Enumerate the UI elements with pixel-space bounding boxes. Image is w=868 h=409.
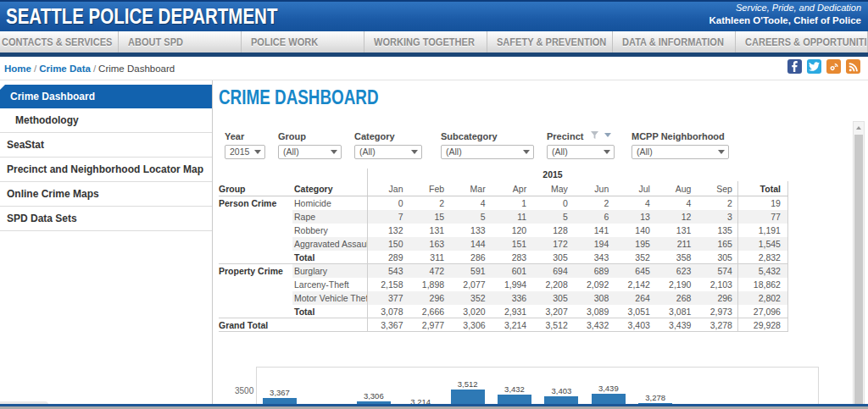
filter-dropdown-precinct[interactable]: (All) <box>547 145 615 159</box>
filter-dropdown-subcategory[interactable]: (All) <box>441 145 534 159</box>
value-cell: 211 <box>655 237 697 251</box>
value-cell: 283 <box>491 251 532 263</box>
value-cell: 2,077 <box>449 278 491 291</box>
value-cell: 286 <box>449 251 491 263</box>
sidebar-item-online-crime-maps[interactable]: Online Crime Maps <box>0 182 212 207</box>
sidebar-item-methodology[interactable]: Methodology <box>0 108 212 133</box>
nav-item-about-spd[interactable]: ABOUT SPD <box>119 31 242 53</box>
table-row: Rape715511561312377 <box>219 210 788 224</box>
nav-item-safety-prevention[interactable]: SAFETY & PREVENTION <box>487 31 613 53</box>
table-header-row: GroupCategoryJanFebMarAprMayJunJulAugSep… <box>219 181 788 196</box>
embed-scrollbar[interactable] <box>853 121 865 409</box>
y-axis-tick-3500: 3500 <box>235 386 253 395</box>
sidebar-item-seastat[interactable]: SeaStat <box>0 133 212 158</box>
nav-item-careers-opportunities[interactable]: CAREERS & OPPORTUNITIES <box>736 31 868 53</box>
table-row: Larceny-Theft2,1581,8982,0771,9942,2082,… <box>219 278 788 291</box>
total-cell: 77 <box>737 210 788 224</box>
filter-mcpp-neighborhood: MCPP Neighborhood(All) <box>632 131 729 159</box>
blog-icon[interactable] <box>826 59 841 74</box>
nav-item-working-together[interactable]: WORKING TOGETHER <box>364 31 487 53</box>
value-cell: 2,973 <box>696 305 737 318</box>
col-header-month: Sep <box>696 181 737 196</box>
bar-value-label: 3,278 <box>634 393 676 402</box>
sidebar-item-precinct-and-neighborhood-locator-map[interactable]: Precinct and Neighborhood Locator Map <box>0 158 212 182</box>
bar-value-label: 3,512 <box>447 379 489 389</box>
social-icons <box>787 59 860 74</box>
filter-dropdown-category[interactable]: (All) <box>354 145 422 159</box>
value-cell: 1,994 <box>491 278 532 291</box>
scroll-up-button[interactable] <box>854 122 864 133</box>
table-row: Total2893112862833053433523583052,832 <box>219 251 788 264</box>
value-cell: 264 <box>614 291 655 305</box>
table-year-header: 2015 <box>367 169 737 181</box>
total-cell: 19 <box>737 196 788 210</box>
main-content: CRIME DASHBOARD Year2015Group(All)Catego… <box>214 80 868 409</box>
col-header-category: Category <box>292 181 367 196</box>
filter-value: 2015 <box>230 146 249 157</box>
total-cell: 18,862 <box>737 278 788 291</box>
value-cell: 12 <box>655 210 697 224</box>
rss-icon[interactable] <box>846 59 860 74</box>
main-nav: CONTACTS & SERVICESABOUT SPDPOLICE WORKW… <box>0 31 868 53</box>
breadcrumb-separator: / <box>31 64 39 74</box>
group-cell <box>219 251 292 263</box>
group-cell <box>219 278 292 291</box>
category-cell <box>292 318 367 331</box>
value-cell: 377 <box>367 291 409 305</box>
value-cell: 0 <box>367 196 409 210</box>
value-cell: 194 <box>573 237 615 251</box>
value-cell: 3 <box>696 210 737 224</box>
filter-dropdown-year[interactable]: 2015 <box>225 145 265 159</box>
value-cell: 601 <box>491 264 532 278</box>
sidebar-item-crime-dashboard[interactable]: Crime Dashboard <box>0 85 212 108</box>
table-row: Person CrimeHomicide02410244219 <box>219 196 788 210</box>
value-cell: 131 <box>655 224 697 237</box>
total-cell: 2,802 <box>737 291 788 305</box>
value-cell: 2 <box>573 196 615 210</box>
chart-plot-area <box>256 367 819 409</box>
sidebar-item-spd-data-sets[interactable]: SPD Data Sets <box>0 207 212 231</box>
total-cell: 5,432 <box>737 264 788 278</box>
nav-item-data-information[interactable]: DATA & INFORMATION <box>613 31 736 53</box>
table-row: Motor Vehicle Theft377296352336305308264… <box>219 291 788 305</box>
value-cell: 3,306 <box>449 318 491 331</box>
group-cell <box>219 210 292 224</box>
value-cell: 2,666 <box>409 305 450 318</box>
filter-dropdown-group[interactable]: (All) <box>278 145 342 159</box>
value-cell: 3,207 <box>531 305 573 318</box>
value-cell: 140 <box>614 224 655 237</box>
value-cell: 2,142 <box>614 278 655 291</box>
twitter-icon[interactable] <box>807 59 821 74</box>
funnel-icon[interactable] <box>591 131 598 139</box>
breadcrumb-link-home[interactable]: Home <box>4 64 31 74</box>
crime-table: 2015GroupCategoryJanFebMarAprMayJunJulAu… <box>219 169 788 332</box>
filter-dropdown-mcpp-neighborhood[interactable]: (All) <box>632 145 729 159</box>
breadcrumb-link-crime-data[interactable]: Crime Data <box>39 64 91 74</box>
value-cell: 352 <box>449 291 491 305</box>
nav-item-contacts-services[interactable]: CONTACTS & SERVICES <box>0 31 119 53</box>
value-cell: 150 <box>367 237 409 251</box>
value-cell: 6 <box>573 210 615 224</box>
filter-group: Group(All) <box>278 131 342 159</box>
nav-item-police-work[interactable]: POLICE WORK <box>242 31 364 53</box>
value-cell: 3,078 <box>367 305 409 318</box>
value-cell: 195 <box>614 237 655 251</box>
facebook-icon[interactable] <box>787 59 802 74</box>
category-cell: Total <box>292 305 367 318</box>
table-row: Total3,0782,6663,0202,9313,2073,0893,051… <box>219 305 788 318</box>
scrollbar-thumb[interactable] <box>854 135 863 404</box>
value-cell: 3,051 <box>614 305 655 318</box>
breadcrumb: Home/Crime Data/Crime Dashboard <box>4 64 175 74</box>
value-cell: 3,278 <box>696 318 737 331</box>
group-cell <box>219 237 292 251</box>
value-cell: 133 <box>449 224 491 237</box>
filter-label: Group <box>278 131 342 141</box>
chevron-down-icon <box>254 150 261 154</box>
value-cell: 13 <box>614 210 655 224</box>
value-cell: 2 <box>409 196 450 210</box>
category-cell: Aggravated Assault <box>292 237 367 251</box>
total-cell: 1,191 <box>737 224 788 237</box>
filter-menu-caret-icon[interactable] <box>604 133 611 137</box>
value-cell: 3,089 <box>573 305 615 318</box>
value-cell: 120 <box>491 224 532 237</box>
